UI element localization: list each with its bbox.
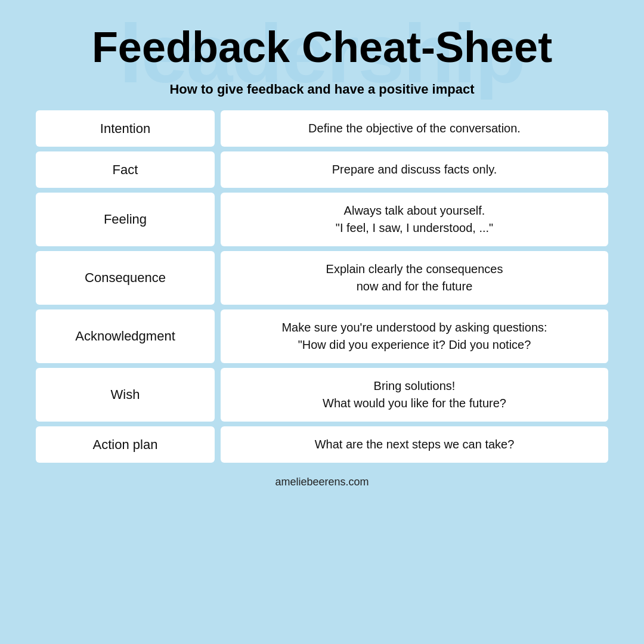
table-row: Action planWhat are the next steps we ca… <box>36 426 608 463</box>
table-row: WishBring solutions! What would you like… <box>36 368 608 422</box>
row-label-2: Feeling <box>36 193 215 246</box>
table-row: AcknowledgmentMake sure you're understoo… <box>36 309 608 363</box>
row-label-1: Fact <box>36 151 215 188</box>
row-description-2: Always talk about yourself. "I feel, I s… <box>221 193 608 246</box>
page-container: leadership Feedback Cheat-Sheet How to g… <box>0 0 644 644</box>
row-description-1: Prepare and discuss facts only. <box>221 151 608 188</box>
page-subtitle: How to give feedback and have a positive… <box>169 82 474 97</box>
table-row: FactPrepare and discuss facts only. <box>36 151 608 188</box>
row-label-4: Acknowledgment <box>36 309 215 363</box>
table-row: ConsequenceExplain clearly the consequen… <box>36 251 608 305</box>
footer-text: ameliebeerens.com <box>275 476 369 488</box>
row-label-5: Wish <box>36 368 215 422</box>
row-description-3: Explain clearly the consequences now and… <box>221 251 608 305</box>
row-label-6: Action plan <box>36 426 215 463</box>
row-description-0: Define the objective of the conversation… <box>221 110 608 147</box>
row-description-6: What are the next steps we can take? <box>221 426 608 463</box>
row-description-4: Make sure you're understood by asking qu… <box>221 309 608 363</box>
row-description-5: Bring solutions! What would you like for… <box>221 368 608 422</box>
rows-container: IntentionDefine the objective of the con… <box>36 110 608 467</box>
table-row: IntentionDefine the objective of the con… <box>36 110 608 147</box>
row-label-0: Intention <box>36 110 215 147</box>
table-row: FeelingAlways talk about yourself. "I fe… <box>36 193 608 246</box>
page-title: Feedback Cheat-Sheet <box>92 24 552 71</box>
row-label-3: Consequence <box>36 251 215 305</box>
